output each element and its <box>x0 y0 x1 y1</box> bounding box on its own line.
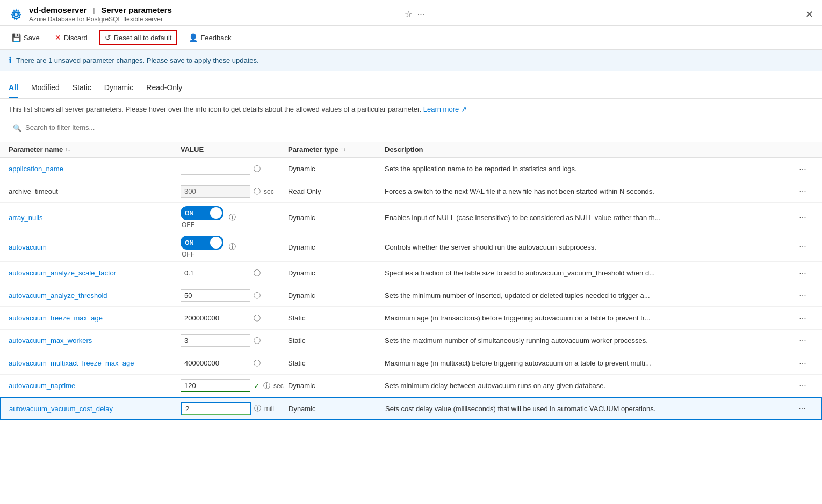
table-row: autovacuum_analyze_threshold ⓘ Dynamic S… <box>0 284 822 307</box>
tab-all[interactable]: All <box>9 80 18 98</box>
title-bar: vd-demoserver | Server parameters Azure … <box>0 0 822 26</box>
tab-readonly[interactable]: Read-Only <box>146 80 182 98</box>
more-options-row[interactable]: ··· <box>792 242 813 252</box>
description-text: Sets minimum delay between autovacuum ru… <box>385 382 792 390</box>
description-text: Enables input of NULL (case insensitive)… <box>385 214 792 222</box>
toggle-switch-autovacuum[interactable]: ON <box>181 236 223 250</box>
tab-static[interactable]: Static <box>73 80 91 98</box>
value-input-autovacuum_analyze_scale_factor[interactable] <box>181 267 250 279</box>
value-input-archive_timeout <box>181 185 250 198</box>
header-description: Description <box>385 145 792 154</box>
unit-label: mill <box>264 405 274 412</box>
value-input-autovacuum_freeze_max_age[interactable] <box>181 312 250 324</box>
value-input-autovacuum_naptime[interactable] <box>181 379 250 392</box>
more-options-row[interactable]: ··· <box>792 187 813 196</box>
param-name-autovacuum_analyze_threshold[interactable]: autovacuum_analyze_threshold <box>9 291 181 300</box>
discard-icon: ✕ <box>55 33 61 42</box>
more-options-row[interactable]: ··· <box>792 213 813 222</box>
reset-all-button[interactable]: ↺ Reset all to default <box>99 30 177 45</box>
info-icon-small: ⓘ <box>254 336 261 346</box>
param-name-autovacuum_vacuum_cost_delay[interactable]: autovacuum_vacuum_cost_delay <box>9 405 181 413</box>
description-text: Controls whether the server should run t… <box>385 243 792 251</box>
info-icon-small: ⓘ <box>254 313 261 323</box>
value-cell: ⓘ <box>181 289 288 302</box>
reset-icon: ↺ <box>105 33 111 42</box>
unit-label: sec <box>273 382 284 390</box>
param-type: Dynamic <box>288 291 385 300</box>
tabs: All Modified Static Dynamic Read-Only <box>9 80 813 98</box>
separator: | <box>93 6 95 14</box>
gear-icon <box>9 7 24 22</box>
param-name-autovacuum_analyze_scale_factor[interactable]: autovacuum_analyze_scale_factor <box>9 269 181 277</box>
page-title: Server parameters <box>101 5 172 14</box>
reset-label: Reset all to default <box>114 34 172 42</box>
more-options-button[interactable]: ··· <box>417 10 424 19</box>
table-row: archive_timeout ⓘ sec Read Only Forces a… <box>0 180 822 203</box>
toggle-on-label: ON <box>185 239 194 246</box>
table-row: application_name ⓘ Dynamic Sets the appl… <box>0 158 822 180</box>
sort-icon-type[interactable]: ↑↓ <box>341 147 346 152</box>
param-name-application_name[interactable]: application_name <box>9 165 181 173</box>
header-param-type: Parameter type ↑↓ <box>288 145 385 154</box>
save-icon: 💾 <box>12 33 21 42</box>
feedback-button[interactable]: 👤 Feedback <box>185 31 234 44</box>
param-name-archive_timeout: archive_timeout <box>9 187 181 195</box>
learn-more-link[interactable]: Learn more ↗ <box>423 105 467 113</box>
info-icon-small: ⓘ <box>254 187 261 196</box>
more-options-row[interactable]: ··· <box>792 313 813 323</box>
tab-dynamic[interactable]: Dynamic <box>104 80 133 98</box>
info-icon-small: ⓘ <box>263 381 270 391</box>
more-options-row[interactable]: ··· <box>791 404 813 413</box>
value-cell: ⓘ <box>181 357 288 369</box>
value-input-autovacuum_multixact_freeze_max_age[interactable] <box>181 357 250 369</box>
value-input-autovacuum_analyze_threshold[interactable] <box>181 289 250 302</box>
param-type: Static <box>288 359 385 367</box>
value-input-autovacuum_max_workers[interactable] <box>181 334 250 347</box>
toggle-container: ON OFF <box>181 206 223 229</box>
table-row: autovacuum_vacuum_cost_delay ⓘ mill Dyna… <box>0 397 822 420</box>
description-text: Forces a switch to the next WAL file if … <box>385 187 792 195</box>
more-options-row[interactable]: ··· <box>792 359 813 368</box>
star-button[interactable]: ☆ <box>405 9 412 19</box>
info-icon-small: ⓘ <box>254 164 261 174</box>
table-row: autovacuum_multixact_freeze_max_age ⓘ St… <box>0 352 822 375</box>
save-button[interactable]: 💾 Save <box>9 31 43 44</box>
param-name-autovacuum_freeze_max_age[interactable]: autovacuum_freeze_max_age <box>9 314 181 322</box>
notification-bar: ℹ There are 1 unsaved parameter changes.… <box>0 50 822 71</box>
value-cell: ON OFF ⓘ <box>181 206 288 229</box>
more-options-row[interactable]: ··· <box>792 291 813 301</box>
header-value: VALUE <box>181 145 288 154</box>
param-name-autovacuum[interactable]: autovacuum <box>9 243 181 251</box>
check-icon: ✓ <box>254 382 260 390</box>
description-text: Maximum age (in transactions) before tri… <box>385 314 792 322</box>
description-text: Sets cost delay value (milliseconds) tha… <box>385 405 791 413</box>
save-label: Save <box>24 34 40 42</box>
param-name-autovacuum_naptime[interactable]: autovacuum_naptime <box>9 382 181 390</box>
description-text: Sets the application name to be reported… <box>385 165 792 173</box>
value-input-autovacuum_vacuum_cost_delay[interactable] <box>181 402 251 415</box>
table-row: autovacuum_naptime ✓ ⓘ sec Dynamic Sets … <box>0 375 822 397</box>
param-name-array_nulls[interactable]: array_nulls <box>9 214 181 222</box>
toggle-switch-array_nulls[interactable]: ON <box>181 206 223 220</box>
toggle-container: ON OFF <box>181 236 223 258</box>
description-text: Sets the maximum number of simultaneousl… <box>385 337 792 345</box>
param-type: Dynamic <box>288 269 385 277</box>
param-name-autovacuum_max_workers[interactable]: autovacuum_max_workers <box>9 337 181 345</box>
value-input-application_name[interactable] <box>181 163 250 175</box>
tab-modified[interactable]: Modified <box>31 80 60 98</box>
more-options-row[interactable]: ··· <box>792 164 813 174</box>
discard-button[interactable]: ✕ Discard <box>52 31 91 44</box>
app-name: vd-demoserver <box>29 5 87 14</box>
more-options-row[interactable]: ··· <box>792 336 813 346</box>
close-button[interactable]: ✕ <box>805 9 813 20</box>
param-type: Dynamic <box>288 382 385 390</box>
more-options-row[interactable]: ··· <box>792 268 813 278</box>
search-input[interactable] <box>9 120 813 135</box>
info-icon: ℹ <box>9 55 12 65</box>
more-options-row[interactable]: ··· <box>792 381 813 391</box>
param-name-autovacuum_multixact_freeze_max_age[interactable]: autovacuum_multixact_freeze_max_age <box>9 359 181 367</box>
info-icon-small: ⓘ <box>229 242 236 252</box>
sort-icon-param[interactable]: ↑↓ <box>65 147 70 152</box>
value-cell: ⓘ <box>181 163 288 175</box>
info-icon-small: ⓘ <box>254 268 261 278</box>
